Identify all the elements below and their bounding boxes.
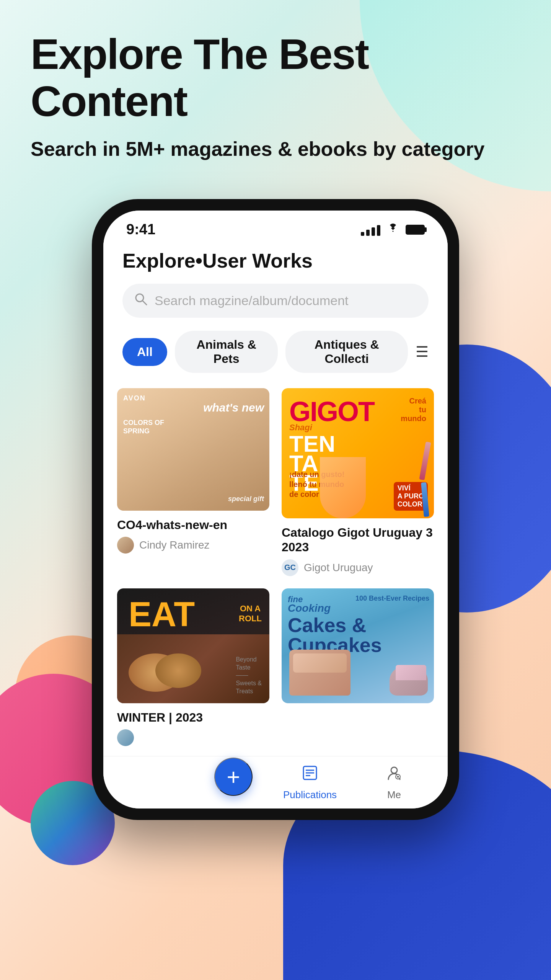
header-title: Explore The Best Content <box>31 31 520 125</box>
search-icon <box>134 292 148 309</box>
status-bar: 9:41 <box>103 211 448 242</box>
card-author-gigot: GC Gigot Uruguay <box>282 559 434 576</box>
signal-icon <box>361 224 380 236</box>
filter-animals[interactable]: Animals & Pets <box>175 331 278 373</box>
card-author-avon: Cindy Ramirez <box>117 537 269 554</box>
phone-screen: 9:41 <box>103 211 448 808</box>
card-gigot[interactable]: GIGOT Creátumundo Shagi TENTATE ¡date un… <box>276 382 440 582</box>
nav-plus-button[interactable]: + <box>214 758 253 796</box>
svg-line-1 <box>143 301 147 305</box>
card-avon[interactable]: AVON what's new COLORS OFSPRING special … <box>111 382 276 582</box>
status-icons <box>361 223 425 236</box>
card-title-eat: WINTER | 2023 <box>117 710 269 725</box>
app-header: Explore•User Works <box>103 242 448 280</box>
card-title-gigot: Catalogo Gigot Uruguay 3 2023 <box>282 525 434 555</box>
author-name-gigot: Gigot Uruguay <box>304 562 373 574</box>
header-section: Explore The Best Content Search in 5M+ m… <box>31 31 520 162</box>
svg-point-8 <box>397 776 399 778</box>
card-image-cakes: fine Cooking 100 Best-Ever Recipes Cakes… <box>282 588 434 703</box>
filter-menu-button[interactable]: ☰ <box>416 343 429 360</box>
search-bar[interactable]: Search magzine/album/document <box>122 284 429 318</box>
filter-antiques[interactable]: Antiques & Collecti <box>285 331 408 373</box>
card-eat[interactable]: EAT ON AROLL BeyondTaste——Sweets &Treats… <box>111 582 276 752</box>
card-cakes[interactable]: fine Cooking 100 Best-Ever Recipes Cakes… <box>276 582 440 752</box>
svg-point-6 <box>391 767 397 773</box>
publications-icon <box>301 764 319 786</box>
app-title: Explore•User Works <box>122 249 429 272</box>
content-grid: AVON what's new COLORS OFSPRING special … <box>103 378 448 756</box>
search-placeholder: Search magzine/album/document <box>155 293 349 308</box>
card-image-avon: AVON what's new COLORS OFSPRING special … <box>117 388 269 511</box>
search-container[interactable]: Search magzine/album/document <box>103 280 448 325</box>
header-subtitle: Search in 5M+ magazines & ebooks by cate… <box>31 136 520 162</box>
filter-all[interactable]: All <box>122 338 167 366</box>
card-image-gigot: GIGOT Creátumundo Shagi TENTATE ¡date un… <box>282 388 434 518</box>
nav-plus-container: + <box>214 769 253 796</box>
wifi-icon <box>386 223 399 236</box>
filters: All Animals & Pets Antiques & Collecti ☰ <box>103 325 448 378</box>
card-image-eat: EAT ON AROLL BeyondTaste——Sweets &Treats <box>117 588 269 703</box>
status-time: 9:41 <box>126 221 155 238</box>
card-author-eat <box>117 729 269 746</box>
author-avatar-gigot: GC <box>282 559 298 576</box>
me-label: Me <box>387 789 401 801</box>
author-avatar-eat <box>117 729 134 746</box>
phone-frame: 9:41 <box>92 199 459 820</box>
author-name-avon: Cindy Ramirez <box>139 539 210 551</box>
phone-mockup: 9:41 <box>92 199 459 820</box>
bottom-nav: + Publications <box>103 756 448 808</box>
nav-item-me[interactable]: Me <box>352 764 436 801</box>
publications-label: Publications <box>283 789 337 801</box>
author-avatar-avon <box>117 537 134 554</box>
battery-icon <box>406 225 425 235</box>
me-icon <box>385 764 403 786</box>
nav-item-publications[interactable]: Publications <box>268 764 352 801</box>
card-title-avon: CO4-whats-new-en <box>117 518 269 532</box>
